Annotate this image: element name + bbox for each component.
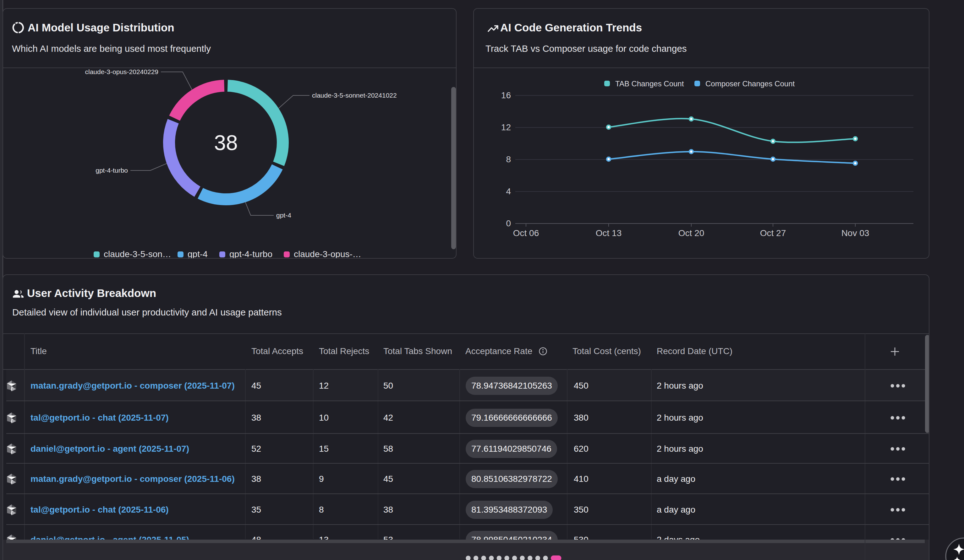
svg-text:claude-3-5-son…: claude-3-5-son…	[104, 249, 171, 258]
svg-text:12: 12	[501, 122, 511, 132]
svg-text:claude-3-opus-…: claude-3-opus-…	[294, 249, 362, 258]
svg-text:Oct 27: Oct 27	[760, 228, 786, 238]
svg-text:38: 38	[214, 131, 238, 154]
svg-text:0: 0	[506, 219, 511, 228]
svg-text:gpt-4-turbo: gpt-4-turbo	[230, 249, 272, 258]
svg-text:Oct 13: Oct 13	[596, 228, 622, 238]
svg-text:Oct 06: Oct 06	[513, 228, 539, 238]
svg-text:Composer Changes Count: Composer Changes Count	[705, 80, 795, 88]
svg-text:claude-3-5-sonnet-20241022: claude-3-5-sonnet-20241022	[312, 92, 397, 99]
svg-text:16: 16	[501, 91, 511, 100]
svg-text:Nov 03: Nov 03	[842, 228, 870, 238]
svg-text:claude-3-opus-20240229: claude-3-opus-20240229	[85, 68, 158, 75]
svg-text:gpt-4-turbo: gpt-4-turbo	[96, 167, 128, 174]
svg-text:gpt-4: gpt-4	[187, 249, 208, 258]
svg-text:Oct 20: Oct 20	[678, 228, 704, 238]
svg-text:4: 4	[506, 187, 511, 196]
svg-text:TAB Changes Count: TAB Changes Count	[615, 80, 684, 88]
svg-text:gpt-4: gpt-4	[276, 211, 291, 219]
svg-text:8: 8	[506, 154, 511, 164]
